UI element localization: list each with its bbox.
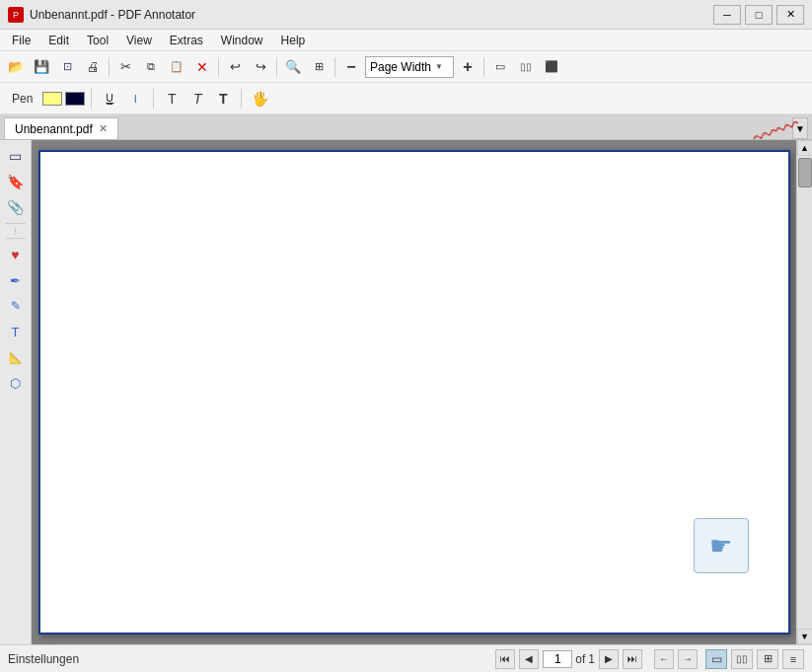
last-page-button[interactable]: ⏭: [623, 649, 642, 669]
maximize-button[interactable]: □: [745, 5, 773, 25]
tab-label: Unbenannt.pdf: [15, 122, 93, 136]
text-side-button[interactable]: T: [4, 320, 28, 343]
search-button[interactable]: 🔍: [281, 55, 305, 79]
anno-sep2: [153, 89, 154, 109]
pen-side-button[interactable]: ✒: [4, 268, 28, 292]
sep2: [218, 57, 219, 77]
app-icon: P: [8, 7, 24, 23]
main-area: ▭ 🔖 📎 · · · ♥ ✒ ✎ T 📐 ⬡ ☛ ▲ ▼: [0, 140, 812, 644]
highlight-color[interactable]: [42, 92, 62, 106]
page-thumb-button[interactable]: ▭: [4, 144, 28, 168]
status-bar: Einstellungen ⏮ ◀ of 1 ▶ ⏭ ← → ▭ ▯▯ ⊞ ≡: [0, 644, 812, 672]
sep1: [109, 57, 110, 77]
zoom-in-button[interactable]: +: [456, 55, 480, 79]
anno-pen-label: Pen: [4, 92, 40, 106]
history-back-button[interactable]: ←: [654, 649, 674, 669]
right-scrollbar: ▲ ▼: [796, 140, 812, 644]
stamp-side-button[interactable]: ⬡: [4, 371, 28, 395]
hand-cursor-overlay: ☛: [694, 518, 749, 573]
page-of-label: of: [575, 652, 585, 666]
status-text: Einstellungen: [8, 652, 487, 666]
menu-bar: File Edit Tool View Extras Window Help: [0, 30, 812, 51]
navigation-controls: ⏮ ◀ of 1 ▶ ⏭ ← →: [495, 649, 698, 669]
attachments-button[interactable]: 📎: [4, 195, 28, 219]
minimize-button[interactable]: ─: [713, 5, 741, 25]
stamp-button[interactable]: 🖐: [248, 87, 271, 111]
scroll-thumb[interactable]: [798, 158, 812, 187]
pdf-area[interactable]: ☛: [32, 140, 796, 644]
redo-button[interactable]: ↪: [249, 55, 272, 79]
single-page-button[interactable]: ▭: [488, 55, 512, 79]
text-bold-button[interactable]: T: [211, 87, 235, 111]
anno-sep3: [241, 89, 242, 109]
full-screen-button[interactable]: ⬛: [540, 55, 563, 79]
anno-toolbar: Pen U̲ I T T T 🖐: [0, 83, 812, 114]
tab-bar: Unbenannt.pdf ✕ ▼: [0, 114, 812, 140]
text-italic-button[interactable]: T: [185, 87, 209, 111]
grid-button[interactable]: ⊞: [307, 55, 331, 79]
cursor-text-button[interactable]: I: [123, 87, 147, 111]
title-bar-left: P Unbenannt.pdf - PDF Annotator: [8, 7, 195, 23]
ruler-side-button[interactable]: 📐: [4, 345, 28, 369]
menu-help[interactable]: Help: [273, 32, 314, 49]
menu-window[interactable]: Window: [213, 32, 271, 49]
undo-button[interactable]: ↩: [223, 55, 247, 79]
resize-handle[interactable]: · · ·: [11, 228, 20, 234]
zoom-dropdown-value: Page Width: [370, 60, 431, 74]
menu-extras[interactable]: Extras: [162, 32, 211, 49]
text-normal-button[interactable]: T: [160, 87, 184, 111]
menu-tool[interactable]: Tool: [79, 32, 116, 49]
close-button[interactable]: ✕: [776, 5, 804, 25]
view-mode-controls: ▭ ▯▯ ⊞ ≡: [705, 649, 804, 669]
main-toolbar: 📂 💾 ⊡ 🖨 ✂ ⧉ 📋 ✕ ↩ ↪ 🔍 ⊞ − Page Width ▼ +…: [0, 51, 812, 83]
side-sep2: [6, 238, 26, 239]
scroll-up-button[interactable]: ▲: [797, 140, 813, 156]
sep4: [334, 57, 335, 77]
underline-button[interactable]: U̲: [98, 87, 121, 111]
color-pickers: [42, 92, 85, 106]
pdf-page: ☛: [38, 150, 790, 635]
print-button[interactable]: 🖨: [81, 55, 105, 79]
zoom-dropdown-arrow: ▼: [435, 62, 443, 71]
sep5: [483, 57, 484, 77]
marker-side-button[interactable]: ✎: [4, 294, 28, 318]
left-sidebar: ▭ 🔖 📎 · · · ♥ ✒ ✎ T 📐 ⬡: [0, 140, 32, 644]
two-page-button[interactable]: ▯▯: [514, 55, 538, 79]
anno-sep1: [91, 89, 92, 109]
first-page-button[interactable]: ⏮: [495, 649, 515, 669]
pdf-tab[interactable]: Unbenannt.pdf ✕: [4, 117, 118, 139]
title-text: Unbenannt.pdf - PDF Annotator: [30, 8, 195, 22]
continuous-view-button[interactable]: ≡: [782, 649, 804, 669]
scan-button[interactable]: ⊡: [55, 55, 79, 79]
history-forward-button[interactable]: →: [678, 649, 698, 669]
single-page-view-button[interactable]: ▭: [705, 649, 727, 669]
favorites-button[interactable]: ♥: [4, 243, 28, 266]
title-bar: P Unbenannt.pdf - PDF Annotator ─ □ ✕: [0, 0, 812, 30]
page-number-input[interactable]: [543, 650, 572, 668]
next-page-button[interactable]: ▶: [599, 649, 619, 669]
tab-close-button[interactable]: ✕: [99, 122, 108, 135]
zoom-dropdown[interactable]: Page Width ▼: [365, 56, 454, 78]
side-sep1: [6, 223, 26, 224]
copy-button[interactable]: ⧉: [139, 55, 163, 79]
scroll-down-button[interactable]: ▼: [797, 629, 813, 644]
stroke-color[interactable]: [65, 92, 85, 106]
prev-page-button[interactable]: ◀: [519, 649, 539, 669]
cut-button[interactable]: ✂: [113, 55, 137, 79]
menu-edit[interactable]: Edit: [40, 32, 77, 49]
menu-view[interactable]: View: [118, 32, 160, 49]
total-pages: 1: [588, 652, 595, 666]
open-button[interactable]: 📂: [4, 55, 28, 79]
save-button[interactable]: 💾: [30, 55, 53, 79]
menu-file[interactable]: File: [4, 32, 38, 49]
paste-button[interactable]: 📋: [165, 55, 188, 79]
grid-view-button[interactable]: ⊞: [757, 649, 778, 669]
zoom-out-button[interactable]: −: [339, 55, 363, 79]
bookmark-button[interactable]: 🔖: [4, 170, 28, 193]
page-indicator: of 1: [543, 650, 595, 668]
two-page-view-button[interactable]: ▯▯: [731, 649, 753, 669]
sep3: [276, 57, 277, 77]
settings-label: Einstellungen: [8, 652, 79, 666]
title-bar-controls: ─ □ ✕: [713, 5, 804, 25]
delete-button[interactable]: ✕: [190, 55, 214, 79]
